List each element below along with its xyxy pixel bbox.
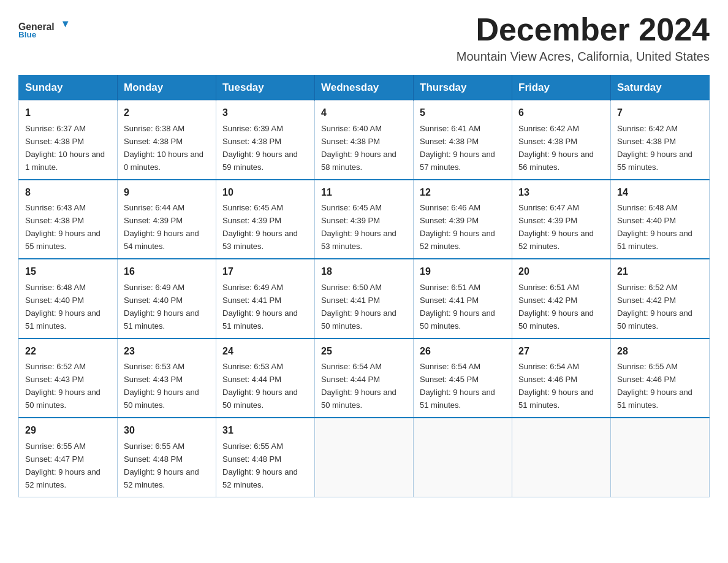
day-number: 23 — [124, 344, 210, 359]
table-row: 4 Sunrise: 6:40 AMSunset: 4:38 PMDayligh… — [315, 101, 414, 180]
col-thursday: Thursday — [414, 75, 512, 101]
day-number: 17 — [222, 264, 308, 280]
table-row: 30 Sunrise: 6:55 AMSunset: 4:48 PMDaylig… — [118, 418, 216, 497]
table-row: 20 Sunrise: 6:51 AMSunset: 4:42 PMDaylig… — [512, 259, 611, 338]
logo: General Blue — [18, 12, 74, 46]
table-row: 27 Sunrise: 6:54 AMSunset: 4:46 PMDaylig… — [512, 339, 611, 418]
table-row: 10 Sunrise: 6:45 AMSunset: 4:39 PMDaylig… — [216, 180, 315, 259]
table-row: 5 Sunrise: 6:41 AMSunset: 4:38 PMDayligh… — [414, 101, 512, 180]
table-row: 23 Sunrise: 6:53 AMSunset: 4:43 PMDaylig… — [118, 339, 216, 418]
day-info: Sunrise: 6:45 AMSunset: 4:39 PMDaylight:… — [321, 203, 396, 251]
day-info: Sunrise: 6:53 AMSunset: 4:43 PMDaylight:… — [124, 362, 199, 410]
table-row: 19 Sunrise: 6:51 AMSunset: 4:41 PMDaylig… — [414, 259, 512, 338]
day-number: 20 — [518, 264, 604, 280]
logo-graphic: General Blue — [18, 12, 74, 46]
table-row: 8 Sunrise: 6:43 AMSunset: 4:38 PMDayligh… — [19, 180, 118, 259]
title-area: December 2024 Mountain View Acres, Calif… — [457, 12, 710, 64]
day-number: 16 — [124, 264, 210, 280]
day-info: Sunrise: 6:40 AMSunset: 4:38 PMDaylight:… — [321, 124, 396, 172]
day-info: Sunrise: 6:37 AMSunset: 4:38 PMDaylight:… — [25, 124, 105, 172]
day-number: 14 — [617, 185, 703, 201]
day-info: Sunrise: 6:41 AMSunset: 4:38 PMDaylight:… — [420, 124, 495, 172]
day-info: Sunrise: 6:54 AMSunset: 4:46 PMDaylight:… — [518, 362, 594, 410]
day-info: Sunrise: 6:38 AMSunset: 4:38 PMDaylight:… — [124, 124, 203, 172]
calendar-week-row: 15 Sunrise: 6:48 AMSunset: 4:40 PMDaylig… — [19, 259, 710, 338]
day-number: 28 — [617, 344, 703, 359]
day-number: 7 — [617, 105, 703, 121]
table-row: 6 Sunrise: 6:42 AMSunset: 4:38 PMDayligh… — [512, 101, 611, 180]
day-number: 24 — [222, 344, 308, 359]
day-number: 26 — [420, 344, 506, 359]
day-number: 27 — [518, 344, 604, 359]
table-row: 17 Sunrise: 6:49 AMSunset: 4:41 PMDaylig… — [216, 259, 315, 338]
day-info: Sunrise: 6:43 AMSunset: 4:38 PMDaylight:… — [25, 203, 100, 251]
table-row: 3 Sunrise: 6:39 AMSunset: 4:38 PMDayligh… — [216, 101, 315, 180]
day-info: Sunrise: 6:51 AMSunset: 4:41 PMDaylight:… — [420, 283, 495, 331]
day-info: Sunrise: 6:49 AMSunset: 4:40 PMDaylight:… — [124, 283, 199, 331]
table-row: 7 Sunrise: 6:42 AMSunset: 4:38 PMDayligh… — [611, 101, 710, 180]
day-info: Sunrise: 6:44 AMSunset: 4:39 PMDaylight:… — [124, 203, 199, 251]
day-info: Sunrise: 6:45 AMSunset: 4:39 PMDaylight:… — [222, 203, 298, 251]
day-info: Sunrise: 6:47 AMSunset: 4:39 PMDaylight:… — [518, 203, 594, 251]
day-info: Sunrise: 6:54 AMSunset: 4:45 PMDaylight:… — [420, 362, 495, 410]
col-monday: Monday — [118, 75, 216, 101]
calendar-week-row: 8 Sunrise: 6:43 AMSunset: 4:38 PMDayligh… — [19, 180, 710, 259]
day-number: 4 — [321, 105, 407, 121]
day-number: 1 — [25, 105, 111, 121]
table-row: 31 Sunrise: 6:55 AMSunset: 4:48 PMDaylig… — [216, 418, 315, 497]
day-number: 12 — [420, 185, 506, 201]
svg-text:Blue: Blue — [18, 30, 37, 39]
table-row: 2 Sunrise: 6:38 AMSunset: 4:38 PMDayligh… — [118, 101, 216, 180]
day-number: 31 — [222, 423, 308, 439]
day-number: 29 — [25, 423, 111, 439]
day-info: Sunrise: 6:52 AMSunset: 4:43 PMDaylight:… — [25, 362, 100, 410]
table-row: 25 Sunrise: 6:54 AMSunset: 4:44 PMDaylig… — [315, 339, 414, 418]
day-number: 9 — [124, 185, 210, 201]
day-number: 11 — [321, 185, 407, 201]
day-info: Sunrise: 6:55 AMSunset: 4:46 PMDaylight:… — [617, 362, 692, 410]
day-info: Sunrise: 6:46 AMSunset: 4:39 PMDaylight:… — [420, 203, 495, 251]
day-number: 8 — [25, 185, 111, 201]
col-saturday: Saturday — [611, 75, 710, 101]
svg-marker-2 — [63, 21, 69, 28]
col-wednesday: Wednesday — [315, 75, 414, 101]
header: General Blue December 2024 Mountain View… — [18, 12, 710, 64]
table-row: 16 Sunrise: 6:49 AMSunset: 4:40 PMDaylig… — [118, 259, 216, 338]
table-row: 18 Sunrise: 6:50 AMSunset: 4:41 PMDaylig… — [315, 259, 414, 338]
table-row — [512, 418, 611, 497]
calendar-week-row: 1 Sunrise: 6:37 AMSunset: 4:38 PMDayligh… — [19, 101, 710, 180]
day-info: Sunrise: 6:42 AMSunset: 4:38 PMDaylight:… — [617, 124, 692, 172]
day-info: Sunrise: 6:49 AMSunset: 4:41 PMDaylight:… — [222, 283, 298, 331]
day-info: Sunrise: 6:55 AMSunset: 4:48 PMDaylight:… — [222, 442, 298, 489]
calendar-week-row: 22 Sunrise: 6:52 AMSunset: 4:43 PMDaylig… — [19, 339, 710, 418]
day-number: 2 — [124, 105, 210, 121]
day-info: Sunrise: 6:53 AMSunset: 4:44 PMDaylight:… — [222, 362, 298, 410]
table-row — [611, 418, 710, 497]
calendar-title: December 2024 — [457, 12, 710, 47]
day-number: 13 — [518, 185, 604, 201]
table-row: 12 Sunrise: 6:46 AMSunset: 4:39 PMDaylig… — [414, 180, 512, 259]
day-number: 30 — [124, 423, 210, 439]
table-row: 21 Sunrise: 6:52 AMSunset: 4:42 PMDaylig… — [611, 259, 710, 338]
day-info: Sunrise: 6:48 AMSunset: 4:40 PMDaylight:… — [617, 203, 692, 251]
table-row — [315, 418, 414, 497]
day-number: 19 — [420, 264, 506, 280]
day-number: 10 — [222, 185, 308, 201]
day-number: 25 — [321, 344, 407, 359]
calendar-table: Sunday Monday Tuesday Wednesday Thursday… — [18, 75, 710, 497]
col-sunday: Sunday — [19, 75, 118, 101]
day-info: Sunrise: 6:54 AMSunset: 4:44 PMDaylight:… — [321, 362, 396, 410]
table-row: 1 Sunrise: 6:37 AMSunset: 4:38 PMDayligh… — [19, 101, 118, 180]
day-number: 18 — [321, 264, 407, 280]
day-info: Sunrise: 6:51 AMSunset: 4:42 PMDaylight:… — [518, 283, 594, 331]
header-row: Sunday Monday Tuesday Wednesday Thursday… — [19, 75, 710, 101]
table-row: 26 Sunrise: 6:54 AMSunset: 4:45 PMDaylig… — [414, 339, 512, 418]
day-number: 6 — [518, 105, 604, 121]
col-friday: Friday — [512, 75, 611, 101]
calendar-subtitle: Mountain View Acres, California, United … — [457, 50, 710, 64]
day-info: Sunrise: 6:39 AMSunset: 4:38 PMDaylight:… — [222, 124, 298, 172]
table-row: 15 Sunrise: 6:48 AMSunset: 4:40 PMDaylig… — [19, 259, 118, 338]
table-row: 22 Sunrise: 6:52 AMSunset: 4:43 PMDaylig… — [19, 339, 118, 418]
col-tuesday: Tuesday — [216, 75, 315, 101]
table-row: 11 Sunrise: 6:45 AMSunset: 4:39 PMDaylig… — [315, 180, 414, 259]
